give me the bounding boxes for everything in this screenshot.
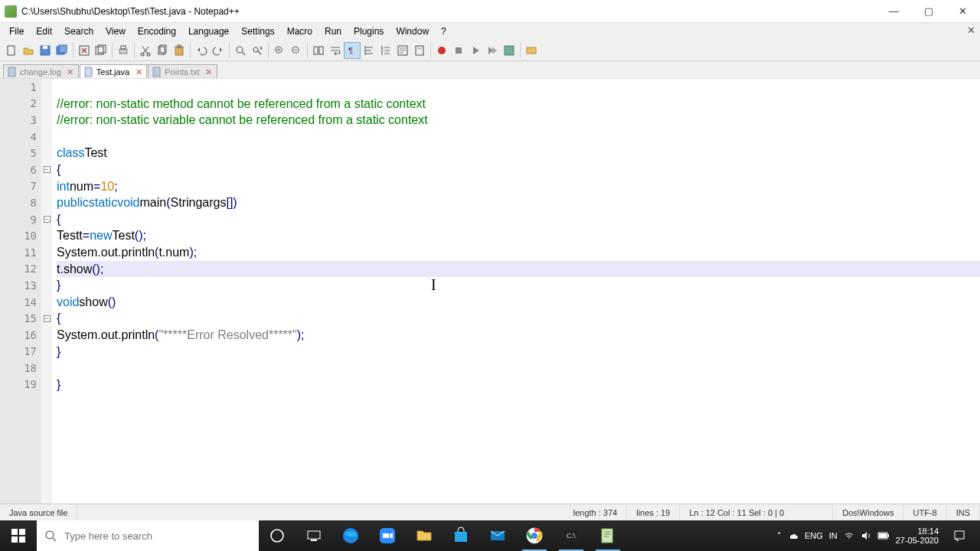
file-explorer-button[interactable] — [406, 520, 443, 551]
print-button[interactable] — [115, 42, 132, 59]
menu-run[interactable]: Run — [318, 23, 348, 40]
search-box[interactable] — [37, 520, 259, 551]
paste-button[interactable] — [171, 42, 188, 59]
tab-label: Test.java — [96, 67, 129, 77]
show-all-chars-button[interactable]: ¶ — [344, 42, 361, 59]
svg-text:C:\: C:\ — [567, 532, 576, 540]
zoom-button[interactable] — [369, 520, 406, 551]
close-button[interactable]: ✕ — [946, 0, 980, 23]
folder-as-workspace-button[interactable] — [377, 42, 394, 59]
find-button[interactable] — [232, 42, 249, 59]
cmd-button[interactable]: C:\ — [553, 520, 590, 551]
status-encoding[interactable]: UTF-8 — [903, 504, 946, 520]
stop-macro-button[interactable] — [450, 42, 467, 59]
close-all-button[interactable] — [93, 42, 109, 59]
wifi-icon[interactable] — [844, 530, 854, 541]
editor[interactable]: 12345678910111213141516171819 −−− //erro… — [0, 78, 980, 504]
status-eol[interactable]: Dos\Windows — [833, 504, 903, 520]
svg-rect-52 — [887, 534, 889, 537]
zoom-in-button[interactable] — [271, 42, 288, 59]
indent-guide-button[interactable] — [361, 42, 377, 59]
svg-rect-9 — [121, 46, 126, 49]
search-input[interactable] — [64, 530, 251, 542]
menu-edit[interactable]: Edit — [30, 23, 58, 40]
status-ins-mode[interactable]: INS — [947, 504, 980, 520]
cut-button[interactable] — [137, 42, 154, 59]
text-cursor-icon: I — [431, 276, 436, 294]
open-file-button[interactable] — [20, 42, 37, 59]
status-position: Ln : 12 Col : 11 Sel : 0 | 0 — [680, 504, 833, 520]
tray-region[interactable]: IN — [829, 531, 838, 540]
svg-rect-20 — [314, 47, 318, 54]
start-button[interactable] — [0, 520, 37, 551]
store-button[interactable] — [443, 520, 479, 551]
tab-change-log[interactable]: change.log ✕ — [3, 64, 79, 79]
chrome-button[interactable] — [516, 520, 553, 551]
save-macro-button[interactable] — [501, 42, 518, 59]
sync-scroll-button[interactable] — [310, 42, 327, 59]
notification-center-button[interactable] — [945, 530, 974, 542]
record-macro-button[interactable] — [433, 42, 450, 59]
tray-overflow-icon[interactable]: ˄ — [777, 531, 782, 541]
menu-window[interactable]: Window — [390, 23, 435, 40]
svg-point-16 — [237, 47, 243, 53]
code-area[interactable]: //error: non-static method cannot be ref… — [52, 79, 980, 504]
menu-language[interactable]: Language — [182, 23, 235, 40]
clock[interactable]: 18:14 27-05-2020 — [896, 527, 939, 545]
cortana-button[interactable] — [259, 520, 296, 551]
tab-close-icon[interactable]: ✕ — [204, 67, 214, 77]
redo-button[interactable] — [210, 42, 227, 59]
tab-points-txt[interactable]: Points.txt ✕ — [148, 64, 217, 79]
play-macro-button[interactable] — [467, 42, 484, 59]
undo-button[interactable] — [193, 42, 210, 59]
svg-rect-34 — [19, 529, 25, 535]
monitoring-button[interactable] — [523, 42, 540, 59]
status-length: length : 374 — [564, 504, 628, 520]
wordwrap-button[interactable] — [327, 42, 344, 59]
onedrive-icon[interactable] — [788, 530, 799, 541]
menu-search[interactable]: Search — [58, 23, 100, 40]
menu-macro[interactable]: Macro — [281, 23, 318, 40]
menu-settings[interactable]: Settings — [235, 23, 280, 40]
svg-rect-35 — [11, 536, 18, 543]
mail-button[interactable] — [479, 520, 516, 551]
save-button[interactable] — [37, 42, 54, 59]
maximize-button[interactable]: ▢ — [911, 0, 946, 23]
tab-close-icon[interactable]: ✕ — [134, 67, 143, 77]
menu-encoding[interactable]: Encoding — [132, 23, 182, 40]
svg-rect-0 — [8, 46, 15, 55]
copy-button[interactable] — [154, 42, 171, 59]
doc-map-button[interactable] — [411, 42, 428, 59]
menu-help[interactable]: ? — [435, 23, 452, 40]
volume-icon[interactable] — [861, 530, 871, 541]
search-icon — [44, 530, 57, 542]
tray-lang[interactable]: ENG — [805, 531, 823, 540]
save-all-button[interactable] — [54, 42, 70, 59]
notepadpp-taskbar-button[interactable] — [590, 520, 626, 551]
svg-point-38 — [271, 530, 283, 542]
tab-close-icon[interactable]: ✕ — [66, 67, 75, 77]
zoom-out-button[interactable] — [288, 42, 305, 59]
menu-view[interactable]: View — [100, 23, 132, 40]
svg-rect-36 — [19, 536, 25, 543]
tab-test-java[interactable]: Test.java ✕ — [80, 64, 147, 79]
fold-column[interactable]: −−− — [41, 79, 52, 504]
menu-file[interactable]: File — [3, 23, 30, 40]
function-list-button[interactable] — [394, 42, 411, 59]
task-view-button[interactable] — [296, 520, 332, 551]
new-file-button[interactable] — [3, 42, 20, 59]
menu-plugins[interactable]: Plugins — [348, 23, 390, 40]
edge-button[interactable] — [332, 520, 369, 551]
replace-button[interactable] — [249, 42, 266, 59]
svg-point-37 — [46, 531, 54, 539]
close-file-button[interactable] — [76, 42, 93, 59]
status-filetype: Java source file — [0, 504, 77, 520]
status-lines: lines : 19 — [627, 504, 680, 520]
svg-point-26 — [438, 47, 446, 54]
play-multiple-button[interactable] — [484, 42, 501, 59]
battery-icon[interactable] — [877, 531, 890, 540]
svg-rect-4 — [59, 45, 67, 53]
tab-label: change.log — [20, 67, 61, 77]
minimize-button[interactable]: — — [877, 0, 911, 23]
document-close-icon[interactable]: ✕ — [967, 24, 975, 36]
